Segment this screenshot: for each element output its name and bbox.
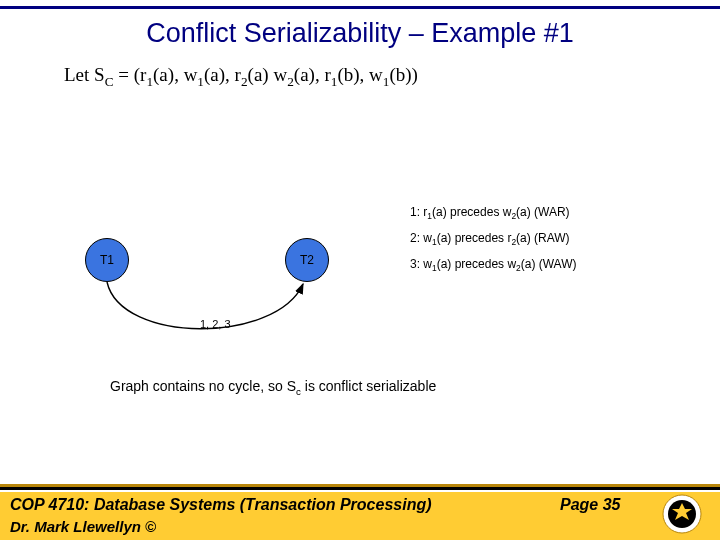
footer-page: Page 35: [560, 496, 620, 514]
schedule-prefix: Let S: [64, 64, 105, 85]
conflict-line-3: 3: w1(a) precedes w2(a) (WAW): [410, 252, 577, 278]
top-rule: [0, 6, 720, 9]
conclusion-text: Graph contains no cycle, so Sc is confli…: [110, 378, 436, 397]
ucf-logo-icon: [662, 494, 702, 534]
precedence-graph: T1 T2 1, 2, 3: [85, 238, 345, 348]
graph-node-t2: T2: [285, 238, 329, 282]
footer-bar: COP 4710: Database Systems (Transaction …: [0, 492, 720, 540]
slide-title: Conflict Serializability – Example #1: [0, 18, 720, 49]
conflict-line-1: 1: r1(a) precedes w2(a) (WAR): [410, 200, 577, 226]
conflict-line-2: 2: w1(a) precedes r2(a) (RAW): [410, 226, 577, 252]
graph-node-t1: T1: [85, 238, 129, 282]
conflict-list: 1: r1(a) precedes w2(a) (WAR) 2: w1(a) p…: [410, 200, 577, 278]
footer-course: COP 4710: Database Systems (Transaction …: [10, 496, 432, 514]
footer-rule-black: [0, 487, 720, 490]
footer-author: Dr. Mark Llewellyn ©: [10, 518, 156, 535]
schedule-rest: = (r1(a), w1(a), r2(a) w2(a), r1(b), w1(…: [114, 64, 418, 85]
schedule-sub: C: [105, 74, 114, 89]
schedule-definition: Let SC = (r1(a), w1(a), r2(a) w2(a), r1(…: [64, 64, 418, 90]
graph-edge-label: 1, 2, 3: [200, 318, 231, 330]
